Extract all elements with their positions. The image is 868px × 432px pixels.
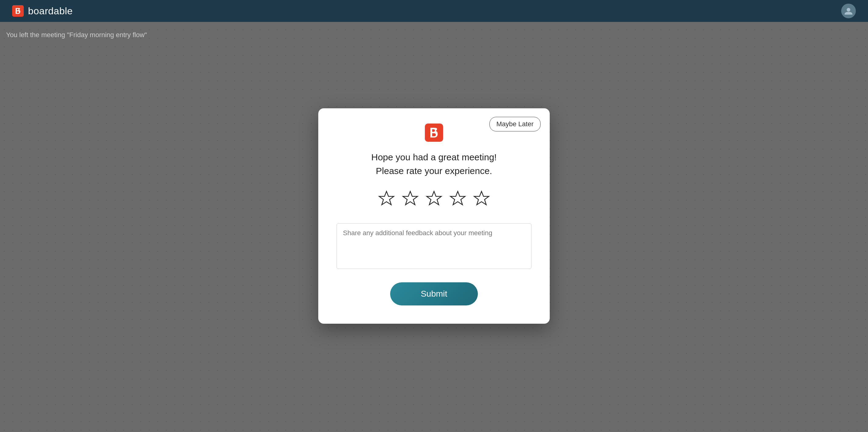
star-rating[interactable]: [337, 190, 531, 208]
modal-heading: Hope you had a great meeting! Please rat…: [337, 150, 531, 178]
feedback-modal: Maybe Later Hope you had a great meeting…: [318, 108, 550, 324]
star-5[interactable]: [472, 190, 491, 208]
star-3[interactable]: [425, 190, 443, 208]
maybe-later-button[interactable]: Maybe Later: [490, 117, 540, 131]
submit-button[interactable]: Submit: [390, 282, 477, 305]
star-2[interactable]: [401, 190, 420, 208]
star-1[interactable]: [377, 190, 396, 208]
modal-boardable-logo: [425, 124, 443, 142]
star-4[interactable]: [448, 190, 467, 208]
feedback-textarea[interactable]: [337, 223, 531, 269]
modal-overlay: Maybe Later Hope you had a great meeting…: [0, 0, 868, 432]
